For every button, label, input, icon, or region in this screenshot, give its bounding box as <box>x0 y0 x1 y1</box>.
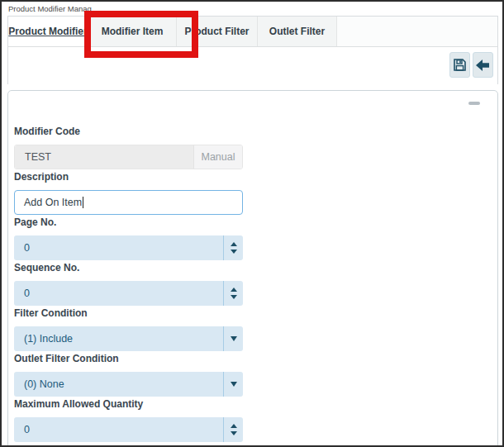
dropdown-control[interactable] <box>223 372 243 397</box>
sequence-no-value: 0 <box>24 288 30 299</box>
spinner-arrows[interactable] <box>223 281 243 306</box>
maximum-allowed-quantity-spinner[interactable]: 0 <box>14 417 243 442</box>
description-label: Description <box>14 172 497 183</box>
arrow-up-icon[interactable] <box>231 424 237 428</box>
arrow-down-icon[interactable] <box>231 295 237 299</box>
tab-container: Product Modifier Modifier Item Product F… <box>7 16 498 84</box>
filter-condition-value: (1) Include <box>24 333 73 345</box>
page-no-value: 0 <box>24 242 30 254</box>
tab-label: Outlet Filter <box>269 26 325 37</box>
sequence-no-spinner[interactable]: 0 <box>14 281 243 306</box>
page-no-label: Page No. <box>14 217 497 228</box>
back-button[interactable] <box>473 52 493 78</box>
description-input[interactable]: Add On Item <box>14 190 243 215</box>
tab-label: Product Modifier <box>8 26 87 37</box>
product-modifier-management-window: Product Modifier Manag Product Modifier … <box>0 0 504 447</box>
collapse-minus-icon[interactable] <box>468 102 480 105</box>
tab-modifier-item[interactable]: Modifier Item <box>88 17 177 46</box>
outlet-filter-condition-value: (0) None <box>24 378 64 390</box>
tab-strip: Product Modifier Modifier Item Product F… <box>8 17 497 47</box>
description-value: Add On Item <box>24 197 82 208</box>
spinner-arrows[interactable] <box>223 235 243 260</box>
arrow-down-icon[interactable] <box>231 250 237 254</box>
outlet-filter-condition-label: Outlet Filter Condition <box>14 354 497 364</box>
maximum-allowed-quantity-label: Maximum Allowed Quantity <box>14 399 497 410</box>
tab-label: Modifier Item <box>102 26 164 37</box>
sequence-no-label: Sequence No. <box>14 263 497 273</box>
filter-condition-label: Filter Condition <box>14 308 497 319</box>
modifier-form: Modifier Code TEST Manual Description Ad… <box>8 91 497 447</box>
modifier-code-label: Modifier Code <box>14 126 497 137</box>
filter-condition-select[interactable]: (1) Include <box>14 326 243 351</box>
chevron-down-icon <box>231 382 237 387</box>
maximum-allowed-quantity-value: 0 <box>24 424 30 435</box>
toolbar <box>8 47 497 84</box>
arrow-down-icon[interactable] <box>231 431 237 435</box>
modifier-code-field: TEST Manual <box>14 145 243 169</box>
tab-product-filter[interactable]: Product Filter <box>177 17 258 46</box>
form-panel: Modifier Code TEST Manual Description Ad… <box>7 90 498 447</box>
spinner-arrows[interactable] <box>223 417 243 442</box>
manual-addon-button[interactable]: Manual <box>193 145 242 169</box>
chevron-down-icon <box>231 336 237 341</box>
left-arrow-icon <box>476 59 490 71</box>
text-cursor <box>83 197 83 208</box>
arrow-up-icon[interactable] <box>231 242 237 246</box>
tab-outlet-filter[interactable]: Outlet Filter <box>258 17 337 46</box>
page-no-spinner[interactable]: 0 <box>14 235 243 260</box>
tab-product-modifier[interactable]: Product Modifier <box>8 17 88 46</box>
save-button[interactable] <box>449 52 470 78</box>
arrow-up-icon[interactable] <box>231 288 237 292</box>
dropdown-control[interactable] <box>223 326 243 351</box>
outlet-filter-condition-select[interactable]: (0) None <box>14 372 243 397</box>
window-title: Product Modifier Manag <box>8 4 92 13</box>
modifier-code-input[interactable]: TEST <box>15 145 193 169</box>
tab-label: Product Filter <box>184 26 249 37</box>
floppy-disk-icon <box>453 58 467 72</box>
